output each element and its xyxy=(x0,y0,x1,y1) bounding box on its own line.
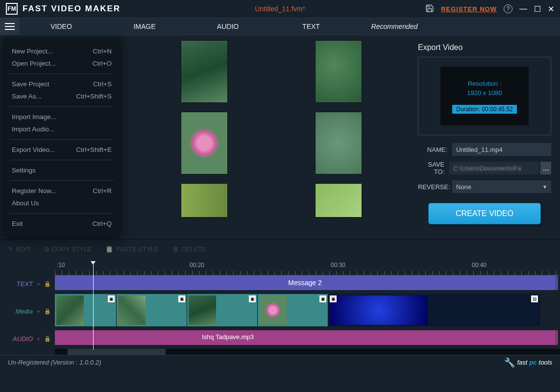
clipboard-icon: 📋 xyxy=(105,245,113,253)
menu-import-image[interactable]: Import Image... xyxy=(3,111,121,123)
timeline-ruler[interactable]: :10 00:20 00:30 00:40 xyxy=(55,262,560,275)
timeline: :10 00:20 00:30 00:40 TEXT＋🔒 Message 2 M… xyxy=(0,259,560,355)
audio-clip[interactable]: Ishq Tadpave.mp3 xyxy=(55,330,558,345)
lock-icon[interactable]: 🔒 xyxy=(44,308,51,315)
name-input[interactable] xyxy=(452,143,551,156)
hamburger-menu-button[interactable] xyxy=(0,18,20,35)
media-thumbnail[interactable] xyxy=(181,40,228,103)
trash-icon: 🗑 xyxy=(172,245,179,253)
media-track: Media＋🔒 ▣ ▣ ▣ ▣ ▣▤ xyxy=(0,294,560,328)
plus-icon[interactable]: ＋ xyxy=(36,308,41,315)
menu-import-audio[interactable]: Import Audio... xyxy=(3,123,121,135)
registration-status: Un-Registered (Version : 1.0.0.2) xyxy=(8,359,101,366)
media-clip[interactable]: ▣ xyxy=(258,294,328,326)
media-clip[interactable]: ▣ xyxy=(55,294,117,326)
export-preview: Resolution :1920 x 1080 Duration: 00:00:… xyxy=(418,57,551,135)
menu-register-now[interactable]: Register Now...Ctrl+R xyxy=(3,185,121,197)
export-title: Export Video xyxy=(418,43,551,52)
menu-open-project[interactable]: Open Project...Ctrl+O xyxy=(3,57,121,70)
media-clip[interactable]: ▣ xyxy=(117,294,187,326)
saveto-label: SAVE TO: xyxy=(418,161,449,175)
text-track: TEXT＋🔒 Message 2 xyxy=(0,275,560,292)
app-title: FAST VIDEO MAKER xyxy=(23,4,121,14)
tab-image[interactable]: IMAGE xyxy=(103,18,186,35)
image-icon: ▣ xyxy=(249,295,256,302)
maximize-button[interactable]: ☐ xyxy=(534,4,541,14)
media-thumbnail[interactable] xyxy=(315,40,362,103)
lock-icon[interactable]: 🔒 xyxy=(44,336,51,342)
reverse-select[interactable]: None xyxy=(452,180,551,193)
film-icon: ▤ xyxy=(531,295,538,302)
help-icon[interactable]: ? xyxy=(504,4,512,13)
close-button[interactable]: ✕ xyxy=(548,4,554,14)
playhead[interactable] xyxy=(93,262,94,350)
clip-toolbar: ✎EDIT ⧉COPY STYLE 📋PASTE STYLE 🗑DELETE xyxy=(0,239,560,259)
menu-exit[interactable]: ExitCtrl+Q xyxy=(3,218,121,230)
paste-style-button[interactable]: 📋PASTE STYLE xyxy=(105,245,158,253)
duration-badge: Duration: 00:00:45.52 xyxy=(452,105,516,114)
image-icon: ▣ xyxy=(330,295,337,302)
delete-button[interactable]: 🗑DELETE xyxy=(172,245,207,253)
image-icon: ▣ xyxy=(319,295,326,302)
plus-icon[interactable]: ＋ xyxy=(36,280,41,288)
menu-save-as[interactable]: Save As...Ctrl+Shift+S xyxy=(3,90,121,102)
save-icon[interactable] xyxy=(425,4,434,14)
brand-logo: 🔧 fastpctools xyxy=(504,357,552,368)
copy-style-button[interactable]: ⧉COPY STYLE xyxy=(45,245,92,253)
pencil-icon: ✎ xyxy=(8,245,13,253)
browse-button[interactable]: … xyxy=(540,162,551,174)
edit-button[interactable]: ✎EDIT xyxy=(8,245,31,253)
media-clip[interactable]: ▣ xyxy=(187,294,258,326)
plus-icon[interactable]: ＋ xyxy=(36,335,41,343)
tab-text[interactable]: TEXT xyxy=(269,18,353,35)
menu-export-video[interactable]: Export Video...Ctrl+Shift+E xyxy=(3,144,121,156)
menu-bar: VIDEO IMAGE AUDIO TEXT Recommended xyxy=(0,18,560,35)
export-panel: Export Video Resolution :1920 x 1080 Dur… xyxy=(409,35,560,239)
media-thumbnail[interactable] xyxy=(315,112,362,174)
minimize-button[interactable]: — xyxy=(519,4,527,13)
copy-icon: ⧉ xyxy=(45,245,49,253)
tab-video[interactable]: VIDEO xyxy=(20,18,103,35)
wrench-icon: 🔧 xyxy=(504,357,515,368)
tab-recommended[interactable]: Recommended xyxy=(353,18,436,35)
tab-audio[interactable]: AUDIO xyxy=(186,18,269,35)
menu-save-project[interactable]: Save ProjectCtrl+S xyxy=(3,78,121,90)
title-bar: FM FAST VIDEO MAKER Untitled_11.fvm* REG… xyxy=(0,0,560,18)
saveto-input[interactable] xyxy=(449,162,539,174)
menu-about-us[interactable]: About Us xyxy=(3,197,121,209)
text-clip[interactable]: Message 2 xyxy=(55,275,558,290)
name-label: NAME: xyxy=(418,146,452,153)
timeline-scrollbar[interactable] xyxy=(55,349,560,355)
app-logo: FM xyxy=(6,3,18,15)
menu-settings[interactable]: Settings xyxy=(3,164,121,176)
media-thumbnail[interactable] xyxy=(181,112,228,174)
image-icon: ▣ xyxy=(178,295,185,302)
document-title: Untitled_11.fvm* xyxy=(255,5,305,13)
menu-new-project[interactable]: New Project...Ctrl+N xyxy=(3,45,121,57)
file-dropdown-menu: New Project...Ctrl+N Open Project...Ctrl… xyxy=(3,38,121,237)
media-clip[interactable]: ▣▤ xyxy=(328,294,540,326)
status-bar: Un-Registered (Version : 1.0.0.2) 🔧 fast… xyxy=(0,355,560,369)
lock-icon[interactable]: 🔒 xyxy=(44,281,51,287)
image-icon: ▣ xyxy=(108,295,115,302)
media-thumbnail[interactable] xyxy=(181,183,228,218)
register-link[interactable]: REGISTER NOW xyxy=(441,5,497,13)
media-thumbnail[interactable] xyxy=(315,183,362,218)
audio-track: AUDIO＋🔒 Ishq Tadpave.mp3 xyxy=(0,330,560,347)
create-video-button[interactable]: CREATE VIDEO xyxy=(428,203,541,224)
reverse-label: REVERSE: xyxy=(418,183,452,191)
